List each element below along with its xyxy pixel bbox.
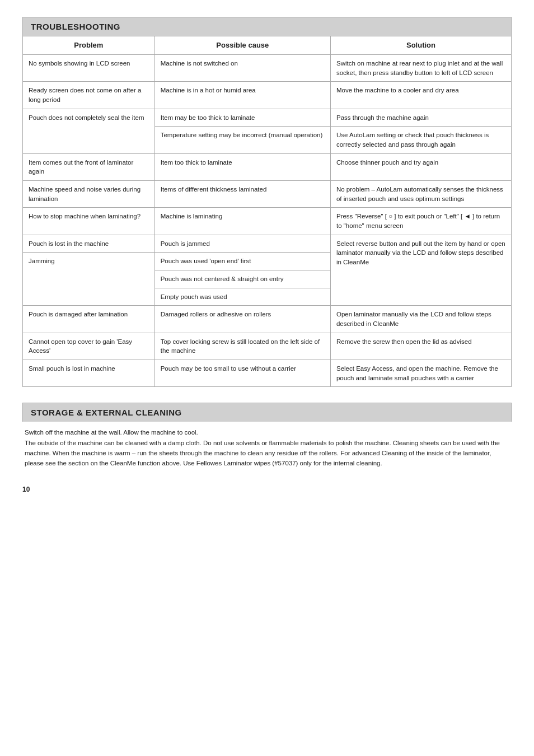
cause-cell: Pouch was not centered & straight on ent… bbox=[154, 270, 330, 288]
col-header-problem: Problem bbox=[23, 36, 155, 55]
solution-cell: Select reverse button and pull out the i… bbox=[330, 235, 511, 306]
problem-cell: Small pouch is lost in machine bbox=[23, 360, 155, 386]
table-row: Pouch does not completely seal the item … bbox=[23, 109, 512, 127]
cause-cell: Item may be too thick to laminate bbox=[154, 109, 330, 127]
table-row: Small pouch is lost in machine Pouch may… bbox=[23, 360, 512, 386]
col-header-solution: Solution bbox=[330, 36, 511, 55]
problem-cell: Jamming bbox=[23, 253, 155, 306]
cause-cell: Empty pouch was used bbox=[154, 288, 330, 306]
page-number: 10 bbox=[22, 486, 512, 493]
table-row: Cannot open top cover to gain 'Easy Acce… bbox=[23, 333, 512, 360]
solution-cell: No problem – AutoLam automatically sense… bbox=[330, 180, 511, 207]
table-row: No symbols showing in LCD screen Machine… bbox=[23, 54, 512, 81]
cause-cell: Pouch is jammed bbox=[154, 235, 330, 253]
solution-cell: Use AutoLam setting or check that pouch … bbox=[330, 127, 511, 153]
storage-header: STORAGE & EXTERNAL CLEANING bbox=[22, 403, 512, 422]
solution-cell: Press "Reverse" [ ○ ] to exit pouch or "… bbox=[330, 208, 511, 235]
solution-cell: Pass through the machine again bbox=[330, 109, 511, 127]
problem-cell: Pouch does not completely seal the item bbox=[23, 109, 155, 153]
table-row: Ready screen does not come on after a lo… bbox=[23, 82, 512, 109]
problem-cell: Ready screen does not come on after a lo… bbox=[23, 82, 155, 109]
cause-cell: Item too thick to laminate bbox=[154, 153, 330, 180]
solution-cell: Switch on machine at rear next to plug i… bbox=[330, 54, 511, 81]
storage-text: Switch off the machine at the wall. Allo… bbox=[22, 427, 512, 469]
problem-cell: Pouch is lost in the machine bbox=[23, 235, 155, 253]
solution-cell: Select Easy Access, and open the machine… bbox=[330, 360, 511, 386]
cause-cell: Machine is in a hot or humid area bbox=[154, 82, 330, 109]
cause-cell: Pouch may be too small to use without a … bbox=[154, 360, 330, 386]
cause-cell: Temperature setting may be incorrect (ma… bbox=[154, 127, 330, 153]
cause-cell: Damaged rollers or adhesive on rollers bbox=[154, 306, 330, 333]
cause-cell: Top cover locking screw is still located… bbox=[154, 333, 330, 360]
table-row: Pouch is damaged after lamination Damage… bbox=[23, 306, 512, 333]
storage-title: STORAGE & EXTERNAL CLEANING bbox=[31, 408, 503, 417]
table-row: Item comes out the front of laminator ag… bbox=[23, 153, 512, 180]
cause-cell: Machine is laminating bbox=[154, 208, 330, 235]
cause-cell: Machine is not switched on bbox=[154, 54, 330, 81]
solution-cell: Move the machine to a cooler and dry are… bbox=[330, 82, 511, 109]
troubleshooting-title: TROUBLESHOOTING bbox=[31, 22, 503, 31]
problem-cell: Pouch is damaged after lamination bbox=[23, 306, 155, 333]
col-header-cause: Possible cause bbox=[154, 36, 330, 55]
problem-cell: Machine speed and noise varies during la… bbox=[23, 180, 155, 207]
solution-cell: Choose thinner pouch and try again bbox=[330, 153, 511, 180]
problem-cell: Cannot open top cover to gain 'Easy Acce… bbox=[23, 333, 155, 360]
solution-cell: Open laminator manually via the LCD and … bbox=[330, 306, 511, 333]
troubleshooting-section: TROUBLESHOOTING Problem Possible cause S… bbox=[22, 17, 512, 387]
solution-cell: Remove the screw then open the lid as ad… bbox=[330, 333, 511, 360]
problem-cell: Item comes out the front of laminator ag… bbox=[23, 153, 155, 180]
table-row: How to stop machine when laminating? Mac… bbox=[23, 208, 512, 235]
table-row: Machine speed and noise varies during la… bbox=[23, 180, 512, 207]
table-row: Pouch is lost in the machine Pouch is ja… bbox=[23, 235, 512, 253]
cause-cell: Items of different thickness laminated bbox=[154, 180, 330, 207]
problem-cell: No symbols showing in LCD screen bbox=[23, 54, 155, 81]
problem-cell: How to stop machine when laminating? bbox=[23, 208, 155, 235]
cause-cell: Pouch was used 'open end' first bbox=[154, 253, 330, 270]
troubleshooting-table: Problem Possible cause Solution No symbo… bbox=[22, 36, 512, 387]
troubleshooting-header: TROUBLESHOOTING bbox=[22, 17, 512, 36]
storage-section: STORAGE & EXTERNAL CLEANING Switch off t… bbox=[22, 403, 512, 469]
